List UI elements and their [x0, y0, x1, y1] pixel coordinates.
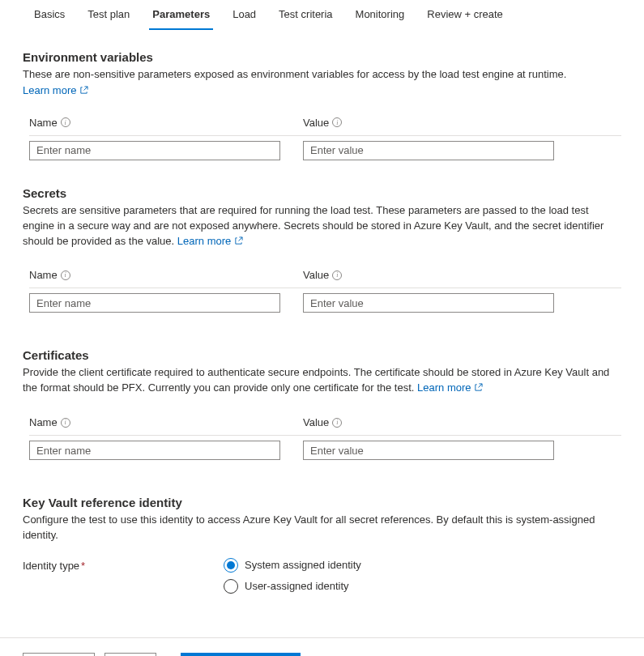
tab-review-create[interactable]: Review + create	[416, 0, 514, 30]
info-icon[interactable]: i	[61, 418, 70, 428]
env-value-input[interactable]	[303, 141, 554, 160]
learn-more-label: Learn more	[417, 381, 471, 394]
radio-system-assigned[interactable]: System assigned identity	[224, 558, 361, 573]
env-vars-learn-more-link[interactable]: Learn more	[23, 84, 88, 96]
learn-more-label: Learn more	[177, 235, 231, 247]
certs-learn-more-link[interactable]: Learn more	[417, 381, 483, 394]
tab-load[interactable]: Load	[221, 0, 267, 30]
info-icon[interactable]: i	[332, 270, 342, 280]
kv-desc: Configure the test to use this identity …	[23, 513, 621, 543]
external-link-icon	[79, 85, 88, 97]
radio-user-assigned[interactable]: User-assigned identity	[224, 579, 361, 594]
external-link-icon	[474, 381, 483, 397]
tab-basics[interactable]: Basics	[23, 0, 76, 30]
certs-title: Certificates	[23, 348, 621, 362]
env-vars-title: Environment variables	[23, 50, 621, 64]
env-vars-desc: These are non-sensitive parameters expos…	[23, 67, 621, 83]
review-create-button[interactable]: Review + create	[181, 653, 301, 656]
kv-title: Key Vault reference identity	[23, 496, 621, 509]
env-name-input[interactable]	[29, 141, 280, 160]
secrets-learn-more-link[interactable]: Learn more	[177, 235, 243, 247]
radio-label: System assigned identity	[245, 559, 361, 571]
certs-value-header: Value i	[303, 416, 554, 428]
tab-monitoring[interactable]: Monitoring	[344, 0, 416, 30]
required-asterisk: *	[81, 560, 85, 572]
identity-type-label: Identity type*	[23, 558, 224, 572]
certs-name-input[interactable]	[29, 441, 280, 460]
radio-unchecked-icon	[224, 579, 238, 594]
external-link-icon	[234, 235, 243, 250]
env-name-header: Name i	[29, 117, 280, 129]
certs-name-header: Name i	[29, 416, 280, 428]
next-button[interactable]: Next	[104, 653, 157, 656]
parameters-panel: Environment variables These are non-sens…	[0, 31, 644, 603]
certs-desc: Provide the client certificate required …	[23, 365, 621, 397]
secrets-desc: Secrets are sensitive parameters that ar…	[23, 203, 621, 250]
secrets-title: Secrets	[23, 186, 621, 200]
identity-type-radio-group: System assigned identity User-assigned i…	[224, 558, 361, 594]
tab-parameters[interactable]: Parameters	[141, 0, 221, 30]
certs-value-input[interactable]	[303, 441, 554, 460]
secrets-name-input[interactable]	[29, 293, 280, 313]
tab-test-criteria[interactable]: Test criteria	[267, 0, 343, 30]
secrets-value-input[interactable]	[303, 293, 554, 313]
env-value-header: Value i	[303, 117, 554, 129]
wizard-footer: Previous Next Review + create	[0, 637, 644, 656]
secrets-value-header: Value i	[303, 269, 554, 281]
tab-test-plan[interactable]: Test plan	[76, 0, 141, 30]
info-icon[interactable]: i	[332, 117, 342, 127]
secrets-name-header: Name i	[29, 269, 280, 281]
info-icon[interactable]: i	[332, 418, 342, 428]
learn-more-label: Learn more	[23, 84, 76, 96]
radio-label: User-assigned identity	[245, 580, 349, 592]
info-icon[interactable]: i	[61, 270, 70, 280]
info-icon[interactable]: i	[61, 117, 70, 127]
previous-button[interactable]: Previous	[23, 653, 95, 656]
radio-checked-icon	[224, 558, 238, 573]
tabs-bar: Basics Test plan Parameters Load Test cr…	[0, 0, 644, 31]
